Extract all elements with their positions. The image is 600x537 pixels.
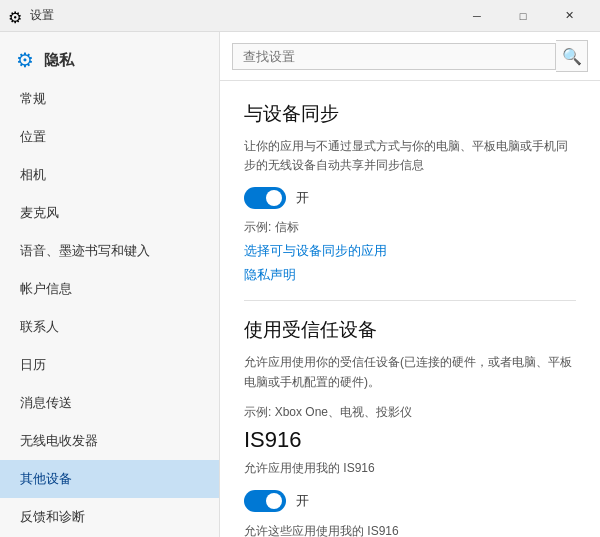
- trusted-section: 使用受信任设备 允许应用使用你的受信任设备(已连接的硬件，或者电脑、平板电脑或手…: [244, 317, 576, 537]
- maximize-button[interactable]: □: [500, 0, 546, 32]
- trusted-example: 示例: Xbox One、电视、投影仪: [244, 404, 576, 421]
- sidebar-header-title: 隐私: [44, 51, 74, 70]
- sidebar-item[interactable]: 其他设备: [0, 460, 219, 498]
- close-button[interactable]: ✕: [546, 0, 592, 32]
- settings-icon: ⚙: [8, 8, 24, 24]
- allow-label: 允许应用使用我的 IS916: [244, 459, 576, 478]
- sync-desc: 让你的应用与不通过显式方式与你的电脑、平板电脑或手机同步的无线设备自动共享并同步…: [244, 137, 576, 175]
- sync-toggle-row: 开: [244, 187, 576, 209]
- sidebar-item[interactable]: 相机: [0, 156, 219, 194]
- sync-link2[interactable]: 隐私声明: [244, 266, 576, 284]
- section-divider: [244, 300, 576, 301]
- app-body: ⚙ 隐私 常规位置相机麦克风语音、墨迹书写和键入帐户信息联系人日历消息传送无线电…: [0, 32, 600, 537]
- sync-toggle-knob: [266, 190, 282, 206]
- sidebar-item[interactable]: 语音、墨迹书写和键入: [0, 232, 219, 270]
- sync-toggle-label: 开: [296, 189, 309, 207]
- titlebar-title: 设置: [30, 7, 454, 24]
- minimize-button[interactable]: ─: [454, 0, 500, 32]
- sidebar-item[interactable]: 无线电收发器: [0, 422, 219, 460]
- sidebar-header: ⚙ 隐私: [0, 32, 219, 80]
- sidebar-item[interactable]: 位置: [0, 118, 219, 156]
- titlebar: ⚙ 设置 ─ □ ✕: [0, 0, 600, 32]
- main-content: 与设备同步 让你的应用与不通过显式方式与你的电脑、平板电脑或手机同步的无线设备自…: [220, 81, 600, 537]
- sidebar-item[interactable]: 联系人: [0, 308, 219, 346]
- trusted-desc: 允许应用使用你的受信任设备(已连接的硬件，或者电脑、平板电脑或手机配置的硬件)。: [244, 353, 576, 391]
- trusted-toggle-row: 开: [244, 490, 576, 512]
- sidebar-item[interactable]: 日历: [0, 346, 219, 384]
- device-id: IS916: [244, 427, 576, 453]
- sync-toggle[interactable]: [244, 187, 286, 209]
- privacy-icon: ⚙: [16, 48, 34, 72]
- search-button[interactable]: 🔍: [556, 40, 588, 72]
- sync-link1[interactable]: 选择可与设备同步的应用: [244, 242, 576, 260]
- sync-example: 示例: 信标: [244, 219, 576, 236]
- content-area: 🔍 与设备同步 让你的应用与不通过显式方式与你的电脑、平板电脑或手机同步的无线设…: [220, 32, 600, 537]
- sync-section: 与设备同步 让你的应用与不通过显式方式与你的电脑、平板电脑或手机同步的无线设备自…: [244, 101, 576, 284]
- sync-title: 与设备同步: [244, 101, 576, 127]
- sidebar-item[interactable]: 反馈和诊断: [0, 498, 219, 536]
- trusted-title: 使用受信任设备: [244, 317, 576, 343]
- window-controls: ─ □ ✕: [454, 0, 592, 32]
- sidebar: ⚙ 隐私 常规位置相机麦克风语音、墨迹书写和键入帐户信息联系人日历消息传送无线电…: [0, 32, 220, 537]
- sidebar-item[interactable]: 帐户信息: [0, 270, 219, 308]
- trusted-toggle-knob: [266, 493, 282, 509]
- sidebar-item[interactable]: 消息传送: [0, 384, 219, 422]
- apps-label: 允许这些应用使用我的 IS916: [244, 522, 576, 537]
- sidebar-item[interactable]: 常规: [0, 80, 219, 118]
- trusted-toggle[interactable]: [244, 490, 286, 512]
- sidebar-item[interactable]: 麦克风: [0, 194, 219, 232]
- trusted-toggle-label: 开: [296, 492, 309, 510]
- search-input[interactable]: [232, 43, 556, 70]
- search-bar: 🔍: [220, 32, 600, 81]
